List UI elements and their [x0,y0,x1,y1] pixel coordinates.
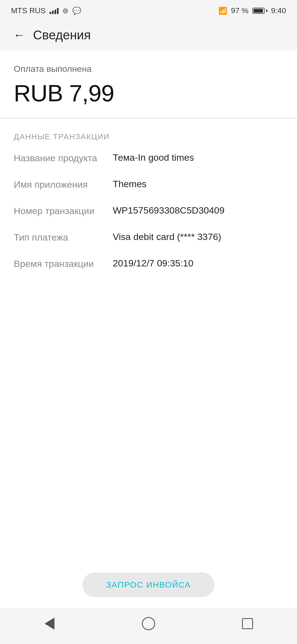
invoice-request-button[interactable]: ЗАПРОС ИНВОЙСА [82,572,215,597]
payment-status-label: Оплата выполнена [14,64,283,74]
section-title: ДАННЫЕ ТРАНЗАКЦИИ [14,132,283,141]
wifi-icon: ⊜ [62,7,68,15]
table-row: Номер транзакции WP1575693308C5D30409 [14,205,283,219]
transaction-id-label: Номер транзакции [14,205,113,216]
nav-back-icon [45,618,54,630]
header: ← Сведения [0,20,297,50]
signal-icon [50,7,59,14]
bottom-button-container: ЗАПРОС ИНВОЙСА [0,561,297,608]
transaction-id-value: WP1575693308C5D30409 [113,205,283,216]
message-icon: 💬 [72,7,81,15]
nav-home-button[interactable] [138,613,160,635]
back-arrow-icon: ← [13,29,25,41]
battery-icon [252,8,267,14]
nav-back-button[interactable] [38,613,61,635]
payment-type-value: Visa debit card (**** 3376) [113,231,283,242]
product-name-label: Название продукта [14,152,113,163]
status-bar: MTS RUS ⊜ 💬 📶 97 % 9:40 [0,0,297,20]
payment-type-label: Тип платежа [14,231,113,243]
table-row: Название продукта Тема-In good times [14,152,283,166]
content-area: Оплата выполнена RUB 7,99 ДАННЫЕ ТРАНЗАК… [0,50,297,608]
content-spacer [0,295,297,561]
vibration-icon: 📶 [218,7,227,15]
app-name-value: Themes [113,179,283,189]
nav-recent-button[interactable] [237,613,258,635]
transaction-section: ДАННЫЕ ТРАНЗАКЦИИ Название продукта Тема… [0,119,297,295]
navigation-bar [0,608,297,644]
app-name-label: Имя приложения [14,179,113,190]
transaction-time-label: Время транзакции [14,258,113,269]
time-display: 9:40 [271,6,286,15]
nav-recent-icon [242,618,253,629]
battery-percent: 97 % [231,6,249,15]
nav-home-icon [142,617,155,630]
status-right: 📶 97 % 9:40 [218,6,286,15]
payment-status-section: Оплата выполнена RUB 7,99 [0,50,297,118]
transaction-time-value: 2019/12/7 09:35:10 [113,258,283,269]
back-button[interactable]: ← [11,27,28,43]
status-left: MTS RUS ⊜ 💬 [11,6,81,15]
table-row: Имя приложения Themes [14,179,283,192]
page-title: Сведения [33,28,91,42]
product-name-value: Тема-In good times [113,152,283,163]
table-row: Тип платежа Visa debit card (**** 3376) [14,231,283,245]
payment-amount: RUB 7,99 [14,80,283,107]
table-row: Время транзакции 2019/12/7 09:35:10 [14,258,283,272]
carrier-name: MTS RUS [11,6,46,15]
